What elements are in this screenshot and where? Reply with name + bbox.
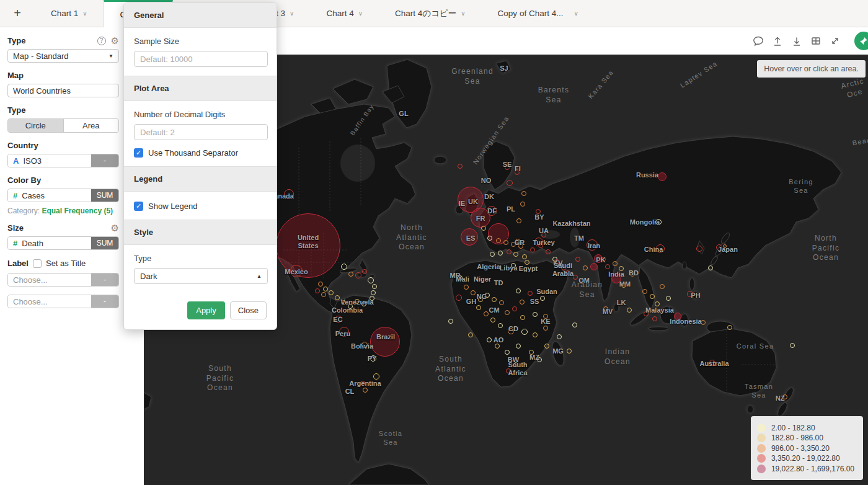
- map-data-circle[interactable]: [490, 252, 495, 257]
- apply-button[interactable]: Apply: [187, 301, 225, 319]
- map-select[interactable]: World Countries: [7, 84, 119, 97]
- map-data-circle[interactable]: [567, 349, 572, 354]
- map-data-circle[interactable]: [656, 244, 665, 253]
- map-data-circle[interactable]: [335, 316, 342, 323]
- map-data-circle[interactable]: [601, 257, 606, 262]
- map-data-circle[interactable]: [290, 265, 303, 277]
- label1-aggregate-button[interactable]: -: [91, 274, 118, 286]
- map-data-circle[interactable]: [516, 288, 521, 293]
- map-data-circle[interactable]: [529, 350, 534, 355]
- map-data-circle[interactable]: [521, 329, 528, 335]
- map-data-circle[interactable]: [448, 319, 453, 324]
- map-data-circle[interactable]: [370, 296, 374, 301]
- map-data-circle[interactable]: [360, 381, 365, 386]
- map-data-circle[interactable]: [650, 294, 655, 299]
- map-data-circle[interactable]: [362, 269, 367, 274]
- map-data-circle[interactable]: [573, 275, 578, 280]
- map-data-circle[interactable]: [522, 254, 527, 259]
- expand-icon[interactable]: [830, 35, 841, 47]
- map-data-circle[interactable]: [361, 342, 368, 348]
- map-data-circle[interactable]: [456, 295, 462, 301]
- map-data-circle[interactable]: [554, 259, 559, 264]
- map-data-circle[interactable]: [498, 323, 503, 328]
- map-data-circle[interactable]: [540, 296, 545, 301]
- map-data-circle[interactable]: [370, 327, 400, 357]
- map-data-circle[interactable]: [533, 312, 538, 317]
- chevron-down-icon[interactable]: ∨: [290, 10, 294, 17]
- map-data-circle[interactable]: [613, 261, 618, 266]
- chevron-down-icon[interactable]: ∨: [461, 10, 465, 17]
- map-data-circle[interactable]: [561, 265, 566, 270]
- sample-size-input[interactable]: [134, 51, 268, 67]
- colorby-field[interactable]: #Cases SUM: [7, 189, 119, 202]
- map-data-circle[interactable]: [471, 290, 476, 295]
- map-data-circle[interactable]: [727, 325, 732, 330]
- thousand-separator-checkbox[interactable]: ✓ Use Thousand Separator: [134, 148, 267, 158]
- country-field[interactable]: AISO3 -: [7, 154, 119, 167]
- map-data-circle[interactable]: [487, 206, 497, 216]
- map-data-circle[interactable]: [484, 311, 489, 316]
- map-data-circle[interactable]: [666, 296, 671, 301]
- map-data-circle[interactable]: [543, 326, 548, 331]
- map-data-circle[interactable]: [658, 172, 666, 181]
- map-data-circle[interactable]: [505, 350, 510, 355]
- tab-chart-1[interactable]: Chart 1∨: [35, 0, 104, 27]
- label-field-1[interactable]: Choose... -: [7, 273, 119, 287]
- map-data-circle[interactable]: [372, 284, 377, 289]
- map-data-circle[interactable]: [572, 323, 577, 327]
- style-type-select[interactable]: Dark ▲: [134, 268, 268, 284]
- map-data-circle[interactable]: [498, 251, 503, 256]
- map-data-circle[interactable]: [557, 334, 562, 339]
- show-legend-checkbox[interactable]: ✓ Show Legend: [134, 202, 267, 211]
- map-data-circle[interactable]: [499, 300, 504, 305]
- maptype-area-option[interactable]: Area: [63, 119, 119, 132]
- map-data-circle[interactable]: [621, 283, 626, 288]
- map-data-circle[interactable]: [468, 332, 473, 337]
- add-chart-button[interactable]: +: [0, 0, 35, 27]
- map-data-circle[interactable]: [583, 265, 588, 270]
- map-data-circle[interactable]: [516, 344, 521, 349]
- category-value-link[interactable]: Equal Frequency (5): [42, 207, 113, 215]
- chart-type-select[interactable]: Map - Standard▼: [7, 49, 119, 63]
- map-data-circle[interactable]: [371, 290, 376, 295]
- gear-icon[interactable]: ⚙: [111, 36, 119, 45]
- map-data-circle[interactable]: [476, 305, 481, 310]
- map-data-circle[interactable]: [329, 290, 334, 295]
- set-as-title-checkbox[interactable]: [33, 259, 42, 268]
- map-data-circle[interactable]: [525, 260, 529, 265]
- map-data-circle[interactable]: [534, 238, 543, 246]
- map-data-circle[interactable]: [361, 301, 366, 306]
- map-data-circle[interactable]: [513, 362, 518, 367]
- map-data-circle[interactable]: [490, 318, 495, 323]
- map-data-circle[interactable]: [487, 337, 492, 342]
- map-data-circle[interactable]: [528, 291, 533, 296]
- close-button[interactable]: Close: [230, 301, 267, 319]
- map-data-circle[interactable]: [478, 297, 483, 302]
- size-field[interactable]: #Death SUM: [7, 236, 119, 250]
- map-data-circle[interactable]: [458, 275, 463, 280]
- map-data-circle[interactable]: [508, 328, 514, 334]
- map-data-circle[interactable]: [507, 180, 513, 186]
- map-data-circle[interactable]: [520, 202, 525, 207]
- map-data-circle[interactable]: [276, 213, 340, 278]
- maptype-circle-option[interactable]: Circle: [8, 119, 63, 132]
- map-data-circle[interactable]: [323, 287, 328, 291]
- map-data-circle[interactable]: [335, 295, 340, 300]
- map-data-circle[interactable]: [512, 306, 517, 311]
- pin-button[interactable]: [854, 32, 868, 50]
- map-data-circle[interactable]: [315, 288, 320, 293]
- map-data-circle[interactable]: [579, 279, 584, 284]
- map-data-circle[interactable]: [655, 301, 660, 306]
- map-data-circle[interactable]: [363, 388, 368, 393]
- map-data-circle[interactable]: [546, 249, 551, 254]
- map-data-circle[interactable]: [458, 164, 463, 169]
- chevron-down-icon[interactable]: ∨: [574, 10, 578, 17]
- map-data-circle[interactable]: [782, 394, 787, 399]
- map-data-circle[interactable]: [515, 239, 520, 244]
- map-data-circle[interactable]: [487, 236, 492, 241]
- map-data-circle[interactable]: [341, 300, 346, 305]
- map-data-circle[interactable]: [511, 263, 516, 268]
- map-data-circle[interactable]: [708, 265, 713, 270]
- map-data-circle[interactable]: [495, 344, 500, 349]
- map-data-circle[interactable]: [644, 311, 649, 316]
